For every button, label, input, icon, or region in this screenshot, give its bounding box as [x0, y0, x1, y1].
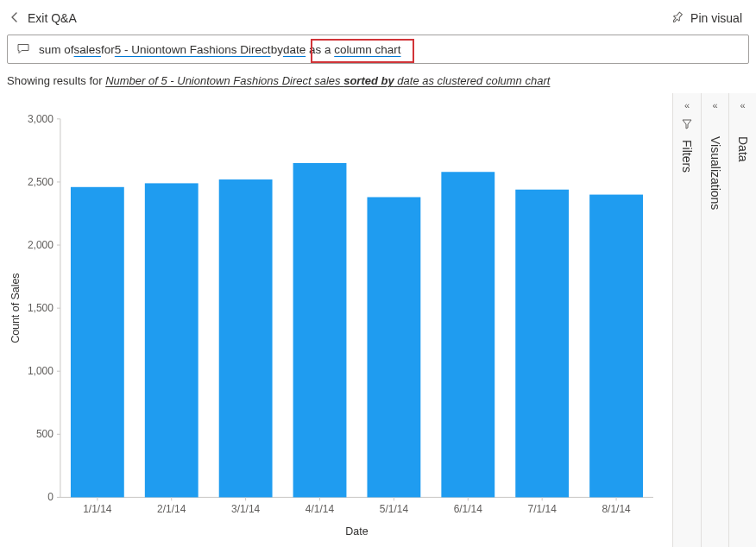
bar-8/1/14[interactable]	[589, 195, 643, 498]
qna-query-input[interactable]: sum of sales for 5 - Uniontown Fashions …	[7, 35, 749, 64]
bar-3/1/14[interactable]	[219, 179, 273, 497]
bar-6/1/14[interactable]	[441, 172, 495, 497]
svg-text:2,500: 2,500	[28, 176, 54, 188]
visualizations-pane-toggle[interactable]: « Visualizations	[701, 93, 728, 547]
filters-pane-toggle[interactable]: « Filters	[673, 93, 701, 547]
svg-text:8/1/14: 8/1/14	[602, 503, 631, 515]
svg-text:500: 500	[36, 428, 54, 440]
data-pane-toggle[interactable]: « Data	[728, 93, 756, 547]
bar-4/1/14[interactable]	[293, 163, 347, 497]
svg-text:3/1/14: 3/1/14	[231, 503, 261, 515]
results-interpretation: Showing results for Number of 5 - Uniont…	[0, 64, 756, 91]
svg-text:5/1/14: 5/1/14	[380, 503, 409, 515]
column-chart-visual[interactable]: 05001,0001,5002,0002,5003,0001/1/142/1/1…	[0, 93, 672, 547]
svg-text:1,500: 1,500	[28, 302, 54, 314]
svg-text:3,000: 3,000	[28, 113, 54, 125]
visualizations-pane-label: Visualizations	[709, 136, 722, 210]
bar-2/1/14[interactable]	[145, 183, 198, 497]
pin-icon	[671, 11, 684, 26]
speech-bubble-icon	[16, 42, 30, 56]
chevron-collapse-icon: «	[740, 100, 745, 110]
svg-text:2,000: 2,000	[28, 239, 54, 251]
bar-1/1/14[interactable]	[71, 187, 124, 498]
svg-text:7/1/14: 7/1/14	[528, 503, 558, 515]
svg-text:1,000: 1,000	[28, 365, 54, 377]
svg-text:4/1/14: 4/1/14	[306, 503, 335, 515]
chevron-collapse-icon: «	[684, 100, 690, 110]
qna-query-text: sum of sales for 5 - Uniontown Fashions …	[39, 43, 401, 56]
svg-text:Count of Sales: Count of Sales	[9, 273, 22, 343]
exit-qna-label: Exit Q&A	[28, 11, 77, 25]
chart-svg: 05001,0001,5002,0002,5003,0001/1/142/1/1…	[7, 104, 662, 540]
data-pane-label: Data	[736, 136, 750, 162]
filter-icon	[682, 119, 692, 131]
chevron-collapse-icon: «	[712, 100, 717, 110]
pin-visual-label: Pin visual	[690, 11, 742, 25]
bar-7/1/14[interactable]	[515, 190, 569, 498]
filters-pane-label: Filters	[680, 140, 694, 173]
exit-qna-button[interactable]: Exit Q&A	[10, 11, 77, 25]
svg-text:0: 0	[47, 491, 54, 503]
chevron-left-icon	[10, 11, 19, 25]
svg-text:Date: Date	[345, 525, 368, 538]
svg-text:6/1/14: 6/1/14	[454, 503, 483, 515]
svg-text:1/1/14: 1/1/14	[83, 503, 112, 515]
bar-5/1/14[interactable]	[367, 197, 420, 497]
svg-text:2/1/14: 2/1/14	[157, 503, 186, 515]
pin-visual-button[interactable]: Pin visual	[671, 11, 742, 26]
